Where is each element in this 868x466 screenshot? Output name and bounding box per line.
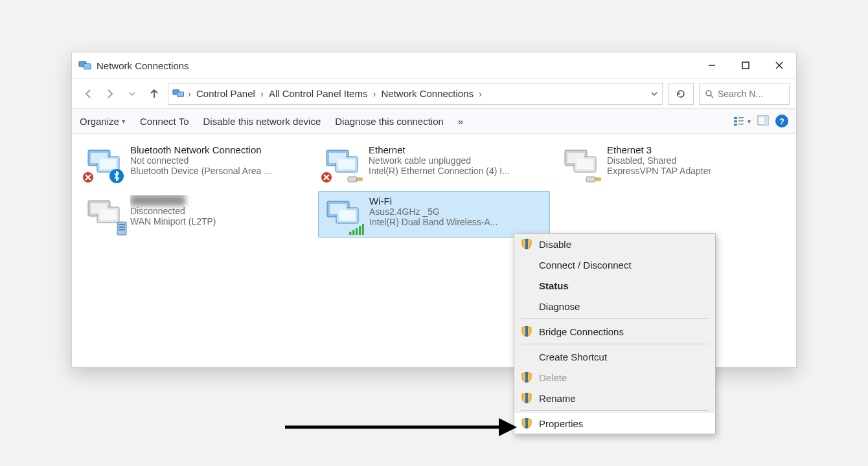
connection-device: ExpressVPN TAP Adapter xyxy=(607,166,711,176)
chevron-right-icon: › xyxy=(188,88,191,99)
svg-rect-12 xyxy=(738,117,744,118)
bluetooth-badge-icon xyxy=(109,169,124,183)
svg-rect-48 xyxy=(349,232,352,235)
connect-to-button[interactable]: Connect To xyxy=(140,116,189,127)
network-icon xyxy=(560,144,600,182)
svg-rect-43 xyxy=(119,229,125,230)
svg-rect-49 xyxy=(352,230,355,235)
context-menu: Disable Connect / Disconnect Status Diag… xyxy=(514,233,716,434)
cm-create-shortcut[interactable]: Create Shortcut xyxy=(514,346,715,367)
cm-label: Disable xyxy=(539,239,571,250)
cm-label: Properties xyxy=(539,418,583,429)
svg-rect-39 xyxy=(100,210,117,220)
cm-diagnose[interactable]: Diagnose xyxy=(514,296,715,316)
diagnose-connection-button[interactable]: Diagnose this connection xyxy=(335,116,444,127)
svg-rect-52 xyxy=(362,224,364,235)
svg-rect-34 xyxy=(586,177,595,182)
shield-icon xyxy=(521,417,532,429)
chevron-right-icon: › xyxy=(479,88,482,99)
wifi-signal-icon xyxy=(348,223,364,236)
svg-line-9 xyxy=(711,95,713,98)
svg-rect-35 xyxy=(595,178,600,181)
connection-name: Ethernet 3 xyxy=(607,144,711,155)
connection-device: Bluetooth Device (Personal Area ... xyxy=(130,166,271,176)
search-icon xyxy=(705,89,714,98)
cable-badge-icon xyxy=(347,174,365,184)
navigation-bar: › Control Panel › All Control Panel Item… xyxy=(72,78,796,108)
connection-wan-miniport[interactable]: ████████ Disconnected WAN Miniport (L2TP… xyxy=(80,191,312,238)
breadcrumb-control-panel[interactable]: Control Panel xyxy=(194,87,258,100)
svg-rect-42 xyxy=(119,227,125,228)
cm-label: Diagnose xyxy=(539,301,580,312)
chevron-right-icon: › xyxy=(260,88,264,99)
svg-rect-50 xyxy=(356,228,358,235)
up-button[interactable] xyxy=(146,85,163,102)
svg-rect-15 xyxy=(738,124,744,125)
svg-rect-33 xyxy=(577,159,593,170)
breadcrumb-network-connections[interactable]: Network Connections xyxy=(378,87,476,100)
separator xyxy=(521,318,709,319)
cm-rename[interactable]: Rename xyxy=(514,388,715,408)
separator xyxy=(521,344,709,344)
maximize-button[interactable] xyxy=(729,52,762,78)
preview-pane-button[interactable] xyxy=(757,115,769,128)
chevron-down-icon[interactable] xyxy=(650,90,658,98)
svg-rect-51 xyxy=(359,226,361,235)
view-mode-button[interactable]: ▾ xyxy=(733,116,751,126)
cm-delete: Delete xyxy=(514,367,715,388)
overflow-button[interactable]: » xyxy=(458,116,463,127)
svg-rect-17 xyxy=(764,116,768,125)
close-button[interactable] xyxy=(762,52,796,78)
connection-status: Disconnected xyxy=(130,206,216,216)
cm-status[interactable]: Status xyxy=(514,275,715,296)
connection-ethernet3[interactable]: Ethernet 3 Disabled, Shared ExpressVPN T… xyxy=(556,140,788,186)
network-icon xyxy=(84,144,124,182)
connection-ethernet[interactable]: Ethernet Network cable unplugged Intel(R… xyxy=(318,140,550,186)
minimize-button[interactable] xyxy=(695,52,729,78)
connection-name: Ethernet xyxy=(369,144,510,155)
search-placeholder: Search N... xyxy=(718,89,763,99)
svg-rect-7 xyxy=(177,92,184,97)
cm-label: Delete xyxy=(539,372,567,383)
breadcrumb-all-items[interactable]: All Control Panel Items xyxy=(266,87,371,100)
disable-device-button[interactable]: Disable this network device xyxy=(203,116,321,127)
back-button[interactable] xyxy=(80,85,97,102)
connection-device: WAN Miniport (L2TP) xyxy=(130,216,216,227)
shield-icon xyxy=(521,372,532,383)
cm-label: Rename xyxy=(539,393,576,404)
recent-locations-button[interactable] xyxy=(124,85,141,102)
cm-label: Status xyxy=(539,280,569,291)
connection-status: Not connected xyxy=(130,155,271,166)
connection-name: Bluetooth Network Connection xyxy=(130,144,271,155)
svg-rect-10 xyxy=(734,117,737,119)
refresh-button[interactable] xyxy=(668,83,694,105)
svg-rect-47 xyxy=(339,210,356,221)
svg-rect-3 xyxy=(742,62,749,69)
connection-name: ████████ xyxy=(130,195,216,206)
svg-rect-14 xyxy=(734,124,737,126)
connection-wifi[interactable]: Wi-Fi Asus2.4GHz _5G Intel(R) Dual Band … xyxy=(318,191,550,238)
cm-bridge-connections[interactable]: Bridge Connections xyxy=(514,321,715,342)
chevron-right-icon: › xyxy=(372,88,376,99)
connection-bluetooth[interactable]: Bluetooth Network Connection Not connect… xyxy=(80,140,312,186)
server-badge-icon xyxy=(116,221,128,236)
cm-properties[interactable]: Properties xyxy=(514,413,715,434)
svg-rect-1 xyxy=(84,63,91,69)
svg-rect-29 xyxy=(357,178,362,181)
cm-connect-disconnect[interactable]: Connect / Disconnect xyxy=(514,254,715,275)
cm-label: Bridge Connections xyxy=(539,326,624,337)
organize-menu[interactable]: Organize▾ xyxy=(80,116,126,127)
network-icon xyxy=(323,195,363,233)
svg-rect-11 xyxy=(734,120,737,122)
window-title: Network Connections xyxy=(97,60,189,71)
forward-button[interactable] xyxy=(102,85,119,102)
network-icon xyxy=(84,195,124,232)
shield-icon xyxy=(521,326,532,337)
search-input[interactable]: Search N... xyxy=(699,83,790,105)
separator xyxy=(521,410,709,411)
help-button[interactable]: ? xyxy=(775,115,788,128)
cm-disable[interactable]: Disable xyxy=(514,234,715,254)
address-bar[interactable]: › Control Panel › All Control Panel Item… xyxy=(168,83,663,105)
annotation-arrow xyxy=(285,414,518,440)
cm-label: Connect / Disconnect xyxy=(539,260,632,271)
